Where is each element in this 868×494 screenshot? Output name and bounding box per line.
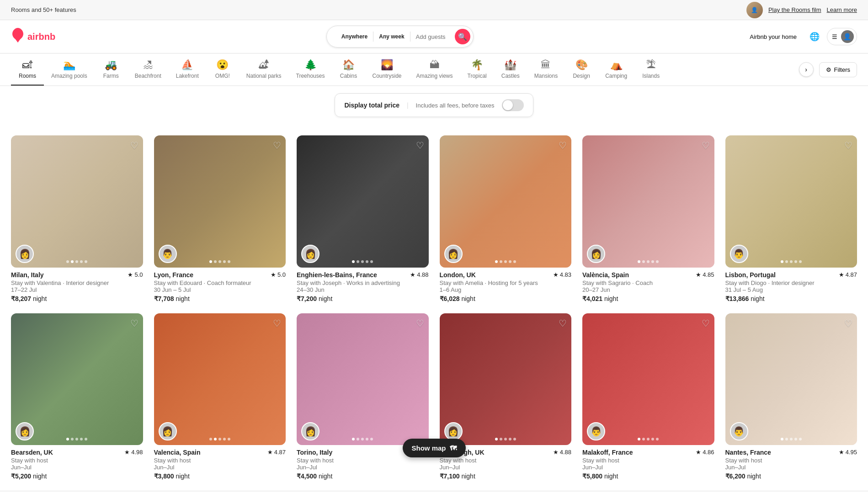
listing-card[interactable]: ♡ 👩 València, Spain ★ 4.85 Stay with Sag…	[582, 135, 714, 302]
category-icon-countryside: 🌄	[381, 59, 393, 71]
wishlist-button[interactable]: ♡	[416, 318, 424, 329]
host-avatar: 👩	[16, 245, 34, 263]
airbnb-your-home-button[interactable]: Airbnb your home	[744, 30, 802, 44]
category-item-omg[interactable]: 😮 OMG!	[206, 54, 239, 86]
price-unit: night	[319, 473, 332, 480]
listing-info: València, Spain ★ 4.85 Stay with Sagrari…	[582, 271, 714, 302]
category-label-design: Design	[573, 73, 590, 79]
category-item-cabins[interactable]: 🏠 Cabins	[332, 54, 365, 86]
price-toggle-divider: |	[407, 102, 409, 109]
search-bar[interactable]: Anywhere Any week Add guests 🔍	[326, 26, 474, 48]
wishlist-button[interactable]: ♡	[844, 318, 852, 329]
filters-button[interactable]: ⚙ Filters	[819, 62, 857, 77]
wishlist-button[interactable]: ♡	[844, 140, 852, 151]
dot-indicators	[781, 438, 802, 440]
dot-indicators	[209, 260, 230, 263]
category-item-countryside[interactable]: 🌄 Countryside	[365, 54, 409, 86]
wishlist-button[interactable]: ♡	[702, 140, 710, 151]
listing-price: ₹5,200 night	[11, 473, 143, 480]
listing-dates: 24–30 Jun	[297, 286, 429, 293]
star-icon: ★	[267, 449, 273, 456]
rating-value: 4.87	[846, 271, 857, 278]
listing-card[interactable]: ♡ 👨 Lyon, France ★ 5.0 Stay with Edouard…	[154, 135, 286, 302]
category-icon-rooms: 🛋	[22, 59, 32, 71]
category-label-lakefront: Lakefront	[176, 73, 199, 79]
category-item-islands[interactable]: 🏝 Islands	[634, 54, 667, 86]
dot	[785, 438, 788, 440]
listing-card[interactable]: ♡ 👨 Lisbon, Portugal ★ 4.87 Stay with Di…	[725, 135, 857, 302]
globe-button[interactable]: 🌐	[806, 28, 823, 45]
star-icon: ★	[128, 271, 133, 278]
star-icon: ★	[839, 271, 844, 278]
guests-section[interactable]: Add guests	[410, 32, 451, 42]
listing-rating: ★ 4.87	[267, 449, 286, 456]
price-value: ₹6,200	[725, 473, 746, 480]
dot-indicators	[638, 438, 659, 440]
category-item-castles[interactable]: 🏰 Castles	[494, 54, 527, 86]
listing-card[interactable]: ♡ 👩 Milan, Italy ★ 5.0 Stay with Valenti…	[11, 135, 143, 302]
dot	[647, 438, 650, 440]
wishlist-button[interactable]: ♡	[416, 140, 424, 151]
listing-info: Nantes, France ★ 4.95 Stay with host Jun…	[725, 449, 857, 480]
play-rooms-link[interactable]: Play the Rooms film	[768, 6, 821, 13]
categories-container: 🛋 Rooms 🏊 Amazing pools 🚜 Farms 🏖 Beachf…	[11, 54, 795, 86]
category-item-beachfront[interactable]: 🏖 Beachfront	[128, 54, 169, 86]
price-toggle-switch[interactable]	[502, 99, 524, 111]
listing-price: ₹3,800 night	[154, 473, 286, 480]
dot	[357, 438, 359, 440]
category-item-amazing-views[interactable]: 🏔 Amazing views	[409, 54, 460, 86]
category-item-design[interactable]: 🎨 Design	[565, 54, 598, 86]
dot	[214, 438, 217, 440]
learn-more-link[interactable]: Learn more	[827, 6, 857, 13]
category-item-lakefront[interactable]: ⛵ Lakefront	[169, 54, 206, 86]
category-item-national-parks[interactable]: 🏕 National parks	[239, 54, 289, 86]
listing-dates: Jun–Jul	[440, 464, 572, 471]
wishlist-button[interactable]: ♡	[559, 318, 567, 329]
dot-indicators	[352, 438, 373, 440]
show-map-label: Show map	[411, 444, 446, 452]
category-item-amazing-pools[interactable]: 🏊 Amazing pools	[44, 54, 95, 86]
dot	[785, 260, 788, 263]
listing-location: Malakoff, France	[582, 449, 633, 456]
date-section[interactable]: Any week	[373, 32, 410, 42]
category-item-tropical[interactable]: 🌴 Tropical	[460, 54, 494, 86]
category-item-rooms[interactable]: 🛋 Rooms	[11, 54, 44, 86]
listing-card[interactable]: ♡ 👩 London, UK ★ 4.83 Stay with Amelia ·…	[440, 135, 572, 302]
listing-top-row: Lyon, France ★ 5.0	[154, 271, 286, 279]
dot	[781, 438, 783, 440]
category-scroll-right-button[interactable]: ›	[799, 62, 814, 77]
show-map-button[interactable]: Show map 🗺	[402, 439, 465, 457]
location-section[interactable]: Anywhere	[336, 32, 373, 42]
listing-card[interactable]: ♡ 👩 Bearsden, UK ★ 4.98 Stay with host J…	[11, 313, 143, 480]
dot	[218, 260, 221, 263]
listing-host: Stay with host	[154, 457, 286, 464]
category-label-omg: OMG!	[215, 73, 230, 79]
star-icon: ★	[553, 271, 559, 278]
dot-indicators	[352, 260, 373, 263]
price-value: ₹4,500	[297, 473, 317, 480]
user-menu-button[interactable]: ☰ 👤	[827, 28, 857, 45]
category-item-mansions[interactable]: 🏛 Mansions	[527, 54, 565, 86]
wishlist-button[interactable]: ♡	[559, 140, 567, 151]
category-item-treehouses[interactable]: 🌲 Treehouses	[289, 54, 332, 86]
listing-host: Stay with Valentina · Interior designer	[11, 279, 143, 286]
listing-card[interactable]: ♡ 👨 Malakoff, France ★ 4.86 Stay with ho…	[582, 313, 714, 480]
listing-host: Stay with host	[725, 457, 857, 464]
category-item-camping[interactable]: ⛺ Camping	[598, 54, 634, 86]
listing-card[interactable]: ♡ 👩 Valencia, Spain ★ 4.87 Stay with hos…	[154, 313, 286, 480]
wishlist-button[interactable]: ♡	[130, 318, 138, 329]
price-value: ₹7,100	[440, 473, 460, 480]
wishlist-button[interactable]: ♡	[273, 140, 281, 151]
listing-card[interactable]: ♡ 👨 Nantes, France ★ 4.95 Stay with host…	[725, 313, 857, 480]
listing-card[interactable]: ♡ 👩 Enghien-les-Bains, France ★ 4.88 Sta…	[297, 135, 429, 302]
search-button[interactable]: 🔍	[455, 29, 470, 44]
wishlist-button[interactable]: ♡	[273, 318, 281, 329]
listing-dates: Jun–Jul	[11, 464, 143, 471]
listing-rating: ★ 4.88	[410, 271, 428, 278]
logo[interactable]: airbnb	[11, 28, 55, 46]
rating-value: 4.83	[560, 271, 571, 278]
wishlist-button[interactable]: ♡	[702, 318, 710, 329]
dot	[75, 260, 78, 263]
category-item-farms[interactable]: 🚜 Farms	[95, 54, 128, 86]
wishlist-button[interactable]: ♡	[130, 140, 138, 151]
